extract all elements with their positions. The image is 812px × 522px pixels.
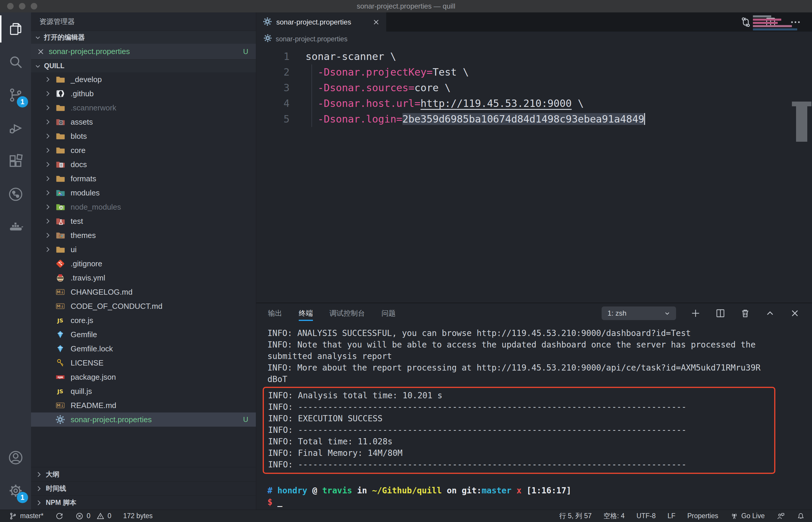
scrollbar-handle[interactable] xyxy=(792,102,811,106)
explorer-icon[interactable] xyxy=(0,13,31,45)
folder-icon xyxy=(55,244,65,255)
npm-scripts-section[interactable]: NPM 脚本 xyxy=(31,496,256,509)
tab-label: sonar-project.properties xyxy=(276,18,351,26)
open-editor-item[interactable]: sonar-project.properties U xyxy=(31,44,256,59)
minimize-window-button[interactable] xyxy=(19,3,25,9)
scrollbar[interactable] xyxy=(796,106,807,142)
open-changes-icon[interactable] xyxy=(740,16,752,28)
folder-icon xyxy=(55,131,65,141)
tree-item-readme[interactable]: M↓README.md xyxy=(31,398,256,413)
shell-prompt-line2[interactable]: $ _ xyxy=(267,496,800,508)
outline-section[interactable]: 大纲 xyxy=(31,467,256,481)
node-modules-folder-icon: JS xyxy=(55,202,65,212)
indentation[interactable]: 空格: 4 xyxy=(603,511,625,521)
tree-item-blots[interactable]: blots xyxy=(31,129,256,143)
terminal-output[interactable]: INFO: ANALYSIS SUCCESSFUL, you can brows… xyxy=(256,323,812,508)
tree-item-travis[interactable]: .travis.yml xyxy=(31,271,256,285)
tree-item-sonar-properties[interactable]: sonar-project.propertiesU xyxy=(31,413,256,427)
tree-item-quill-js[interactable]: JSquill.js xyxy=(31,384,256,398)
search-icon[interactable] xyxy=(0,45,31,79)
timeline-section[interactable]: 时间线 xyxy=(31,481,256,496)
git-status-badge: U xyxy=(243,47,248,56)
encoding[interactable]: UTF-8 xyxy=(637,512,656,520)
branch-indicator[interactable]: master* xyxy=(9,512,43,520)
close-icon[interactable] xyxy=(36,47,45,56)
problems-indicator[interactable]: 0 0 xyxy=(75,512,111,520)
tree-item-changelog[interactable]: M↓CHANGELOG.md xyxy=(31,285,256,299)
breadcrumb[interactable]: sonar-project.properties xyxy=(256,32,812,46)
maximize-window-button[interactable] xyxy=(31,3,37,9)
editor-region: sonar-project.properties sonar-project.p… xyxy=(256,13,812,303)
js-icon: JS xyxy=(55,386,65,396)
close-window-button[interactable] xyxy=(7,3,14,9)
vscode-window: sonar-project.properties — quill 1 xyxy=(0,0,812,522)
npm-icon: npm xyxy=(55,372,65,382)
sync-button[interactable] xyxy=(55,512,63,520)
tree-item-license[interactable]: LICENSE xyxy=(31,356,256,370)
tree-item-github[interactable]: .github xyxy=(31,86,256,101)
error-icon xyxy=(75,512,84,520)
sync-icon xyxy=(55,512,63,520)
git-graph-icon[interactable] xyxy=(0,178,31,211)
code-line-3: 3-Dsonar.sources=core \ xyxy=(256,80,812,96)
tree-item-code-of-conduct[interactable]: M↓CODE_OF_CONDUCT.md xyxy=(31,299,256,313)
open-editors-section[interactable]: 打开的编辑器 xyxy=(31,31,256,44)
tab-output[interactable]: 输出 xyxy=(268,303,282,323)
minimap[interactable] xyxy=(753,15,797,32)
tree-item-themes[interactable]: themes xyxy=(31,228,256,242)
new-terminal-icon[interactable] xyxy=(690,308,701,319)
feedback-person-icon xyxy=(776,512,785,520)
settings-gear-icon[interactable]: 1 xyxy=(0,474,31,507)
tree-item-modules[interactable]: modules xyxy=(31,186,256,200)
accounts-icon[interactable] xyxy=(0,441,31,474)
tab-sonar-properties[interactable]: sonar-project.properties xyxy=(256,13,386,32)
chevron-down-icon xyxy=(33,62,42,71)
notifications-button[interactable] xyxy=(797,512,805,520)
sonar-host-url: http://119.45.53.210:9000 xyxy=(421,97,572,109)
cursor-position[interactable]: 行 5, 列 57 xyxy=(559,511,592,521)
shell-prompt: # hondry @ travis in ~/Github/quill on g… xyxy=(267,485,800,496)
tree-item-package-json[interactable]: npmpackage.json xyxy=(31,370,256,384)
tab-terminal[interactable]: 终端 xyxy=(299,303,313,323)
tree-item-docs[interactable]: docs xyxy=(31,157,256,172)
tree-item-develop[interactable]: _develop xyxy=(31,72,256,86)
close-tab-icon[interactable] xyxy=(372,18,380,26)
kill-terminal-icon[interactable] xyxy=(740,308,751,319)
project-name: QUILL xyxy=(44,62,64,70)
window-controls[interactable] xyxy=(7,3,37,9)
source-control-icon[interactable]: 1 xyxy=(0,79,31,112)
project-section-header[interactable]: QUILL xyxy=(31,59,256,72)
settings-badge: 1 xyxy=(17,492,28,503)
feedback-button[interactable] xyxy=(776,512,785,520)
tab-debug-console[interactable]: 调试控制台 xyxy=(329,303,365,323)
tree-item-node-modules[interactable]: JSnode_modules xyxy=(31,200,256,214)
tree-item-gemfile-lock[interactable]: Gemfile.lock xyxy=(31,342,256,356)
extensions-icon[interactable] xyxy=(0,145,31,178)
tree-item-core-js[interactable]: JScore.js xyxy=(31,313,256,327)
svg-text:npm: npm xyxy=(58,376,63,379)
go-live-button[interactable]: Go Live xyxy=(730,512,765,520)
tree-item-formats[interactable]: formats xyxy=(31,172,256,186)
tree-item-gitignore[interactable]: .gitignore xyxy=(31,257,256,271)
tree-item-assets[interactable]: assets xyxy=(31,115,256,129)
bell-icon xyxy=(797,512,805,520)
tree-item-test[interactable]: test xyxy=(31,214,256,228)
eol-type[interactable]: LF xyxy=(668,512,676,520)
tab-problems[interactable]: 问题 xyxy=(382,303,396,323)
tree-item-core[interactable]: core xyxy=(31,143,256,157)
run-debug-icon[interactable] xyxy=(0,112,31,145)
travis-icon xyxy=(55,273,65,283)
shell-select[interactable]: 1: zsh xyxy=(602,306,676,320)
tree-item-scannerwork[interactable]: .scannerwork xyxy=(31,101,256,115)
language-mode[interactable]: Properties xyxy=(687,512,718,520)
split-terminal-icon[interactable] xyxy=(715,308,726,319)
tree-item-ui[interactable]: ui xyxy=(31,242,256,257)
key-icon xyxy=(55,358,65,368)
tree-item-gemfile[interactable]: Gemfile xyxy=(31,327,256,342)
docker-icon[interactable] xyxy=(0,211,31,244)
properties-gear-icon xyxy=(55,415,65,425)
maximize-panel-icon[interactable] xyxy=(765,308,775,319)
sonar-login-token: 2be359d6985ba10674d84d1498c93ebea91a4849 xyxy=(403,113,644,125)
code-editor[interactable]: 1sonar-scanner \ 2-Dsonar.projectKey=Tes… xyxy=(256,46,812,127)
close-panel-icon[interactable] xyxy=(790,308,800,319)
